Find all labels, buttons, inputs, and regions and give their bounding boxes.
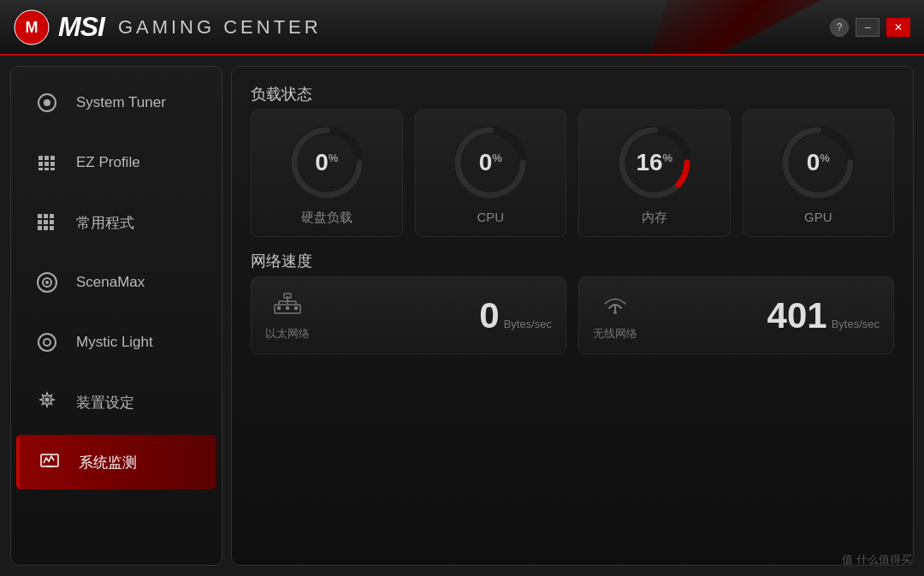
gauge-value-gpu: 0%: [807, 149, 830, 176]
gauge-value-memory: 16%: [636, 149, 672, 176]
sidebar-item-scenamax[interactable]: ScenaMax: [16, 255, 216, 310]
title-bar: M MSI GAMING CENTER ? – ✕: [0, 0, 924, 56]
wifi-value: 401: [767, 295, 827, 336]
svg-rect-10: [38, 168, 43, 170]
mystic-light-icon: [33, 329, 61, 356]
load-section-title: 负载状态: [251, 84, 894, 104]
scenamax-label: ScenaMax: [76, 274, 145, 291]
network-card-ethernet: 以太网络0Bytes/sec: [251, 276, 566, 354]
svg-rect-21: [50, 226, 54, 230]
gauge-circle-gpu: 0%: [779, 124, 856, 201]
ethernet-unit: Bytes/sec: [504, 318, 552, 330]
close-button[interactable]: ✕: [886, 18, 910, 37]
common-apps-icon: [33, 209, 61, 236]
svg-rect-20: [44, 226, 48, 230]
sidebar-item-system-tuner[interactable]: System Tuner: [16, 75, 216, 130]
device-settings-label: 装置设定: [76, 393, 134, 413]
ethernet-value-area: 0Bytes/sec: [479, 295, 552, 336]
svg-rect-11: [44, 168, 49, 170]
device-settings-icon: [33, 389, 61, 416]
sidebar-item-common-apps[interactable]: 常用程式: [16, 195, 216, 250]
help-button[interactable]: ?: [830, 18, 849, 37]
network-section-title: 网络速度: [251, 251, 894, 271]
sidebar: System TunerEZ Profile常用程式ScenaMaxMystic…: [10, 66, 222, 566]
scenamax-icon: [33, 269, 61, 296]
svg-rect-17: [44, 220, 48, 224]
svg-point-49: [613, 311, 617, 314]
wifi-label: 无线网络: [593, 326, 637, 341]
gauge-card-disk: 0%硬盘负载: [251, 110, 403, 237]
watermark: 值 什么值得买: [842, 552, 912, 567]
svg-rect-46: [277, 306, 281, 310]
network-row: 以太网络0Bytes/sec无线网络401Bytes/sec: [251, 276, 894, 354]
gauge-circle-disk: 0%: [288, 124, 365, 201]
gauge-value-cpu: 0%: [479, 149, 502, 176]
app-logo: M MSI GAMING CENTER: [14, 9, 322, 45]
svg-rect-13: [38, 214, 42, 218]
msi-dragon-icon: M: [14, 9, 50, 45]
svg-point-25: [38, 334, 56, 351]
gauge-card-memory: 16%内存: [578, 110, 731, 237]
gauge-card-gpu: 0%GPU: [743, 110, 895, 237]
ez-profile-label: EZ Profile: [76, 154, 140, 171]
main-area: System TunerEZ Profile常用程式ScenaMaxMystic…: [0, 56, 924, 576]
sidebar-item-ez-profile[interactable]: EZ Profile: [16, 135, 216, 190]
svg-rect-18: [50, 220, 54, 224]
svg-rect-45: [284, 294, 291, 298]
wifi-icon-area: 无线网络: [593, 289, 637, 341]
ethernet-value: 0: [479, 295, 499, 336]
svg-rect-16: [38, 220, 42, 224]
gauge-card-cpu: 0%CPU: [415, 110, 567, 237]
svg-rect-48: [294, 306, 298, 310]
svg-rect-4: [38, 156, 43, 160]
system-monitor-icon: [36, 448, 63, 476]
svg-point-3: [44, 99, 50, 106]
ethernet-icon: [271, 289, 304, 323]
svg-point-24: [45, 281, 49, 284]
system-tuner-label: System Tuner: [76, 94, 166, 111]
svg-text:M: M: [26, 19, 38, 36]
ez-profile-icon: [33, 149, 61, 176]
minimize-button[interactable]: –: [856, 18, 880, 37]
svg-rect-47: [286, 306, 289, 310]
wifi-value-area: 401Bytes/sec: [767, 295, 880, 336]
sidebar-item-system-monitor[interactable]: 系统监测: [16, 435, 216, 490]
network-section: 网络速度 以太网络0Bytes/sec无线网络401Bytes/sec: [251, 251, 894, 354]
svg-rect-9: [50, 162, 55, 166]
ethernet-icon-area: 以太网络: [265, 289, 310, 341]
mystic-light-label: Mystic Light: [76, 334, 153, 351]
svg-rect-19: [38, 226, 42, 230]
svg-rect-5: [44, 156, 49, 160]
svg-rect-15: [50, 214, 54, 218]
svg-rect-14: [44, 214, 48, 218]
common-apps-label: 常用程式: [76, 213, 134, 233]
svg-point-26: [44, 339, 50, 346]
svg-rect-8: [44, 162, 49, 166]
svg-rect-12: [50, 168, 55, 170]
gauge-value-disk: 0%: [315, 149, 338, 176]
msi-brand-text: MSI: [58, 11, 104, 43]
network-card-wifi: 无线网络401Bytes/sec: [578, 276, 894, 354]
system-monitor-label: 系统监测: [79, 453, 137, 472]
system-tuner-icon: [33, 89, 61, 116]
app-subtitle: GAMING CENTER: [118, 16, 322, 39]
sidebar-item-device-settings[interactable]: 装置设定: [16, 375, 216, 430]
svg-rect-6: [50, 156, 55, 160]
sidebar-item-mystic-light[interactable]: Mystic Light: [16, 315, 216, 370]
load-section: 负载状态 0%硬盘负载 0%CPU 16%内存 0%GPU: [251, 84, 894, 237]
gauge-circle-cpu: 0%: [452, 124, 529, 201]
ethernet-label: 以太网络: [265, 326, 310, 341]
wifi-icon: [599, 289, 631, 323]
gauge-circle-memory: 16%: [616, 124, 693, 201]
svg-rect-7: [38, 162, 43, 166]
gauge-row: 0%硬盘负载 0%CPU 16%内存 0%GPU: [251, 110, 894, 237]
window-controls: ? – ✕: [830, 18, 910, 37]
content-panel: 负载状态 0%硬盘负载 0%CPU 16%内存 0%GPU 网络速度 以太网络0…: [231, 66, 914, 566]
svg-point-27: [45, 398, 50, 402]
wifi-unit: Bytes/sec: [832, 318, 880, 330]
